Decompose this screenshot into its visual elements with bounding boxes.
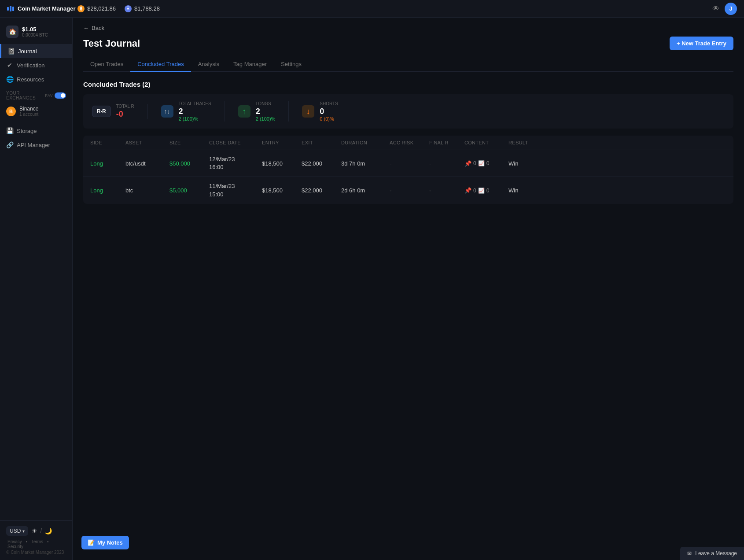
stat-group-longs: ↑ Longs 2 2 (100)% bbox=[238, 101, 289, 122]
td-duration-1: 3d 7h 0m bbox=[341, 160, 390, 167]
sidebar-item-storage[interactable]: 💾 Storage bbox=[0, 124, 72, 138]
sidebar-item-journal[interactable]: 📓 Journal bbox=[0, 44, 72, 58]
my-notes-label: My Notes bbox=[97, 539, 123, 546]
wallet-btc: 0.00004 BTC bbox=[22, 33, 48, 37]
fav-toggle[interactable]: FAV bbox=[45, 92, 66, 99]
toggle-pill[interactable] bbox=[55, 92, 66, 99]
td-content-2: 📌 0 📈 0 bbox=[464, 187, 508, 194]
topbar: Coin Market Manager ₿ $28,021.86 Ξ $1,78… bbox=[0, 0, 744, 18]
sidebar-item-resources[interactable]: 🌐 Resources bbox=[0, 72, 72, 86]
content-count-2-2: 0 bbox=[486, 188, 490, 194]
wallet-info: $1.05 0.00004 BTC bbox=[22, 26, 48, 37]
th-exit: Exit bbox=[302, 140, 341, 145]
td-size-2: $5,000 bbox=[169, 187, 209, 194]
tab-concluded-trades[interactable]: Concluded Trades bbox=[130, 57, 191, 72]
exchanges-label: YOUR EXCHANGES FAV bbox=[0, 86, 72, 102]
exchange-info: Binance 1 account bbox=[19, 106, 38, 117]
binance-icon: B bbox=[6, 107, 16, 116]
security-link[interactable]: Security bbox=[7, 544, 23, 549]
duration-badge-2: 2d 6h 0m bbox=[341, 187, 365, 194]
table-row[interactable]: Long btc $5,000 11/Mar/2315:00 $18,500 $… bbox=[83, 177, 733, 203]
topbar-coins: ₿ $28,021.86 Ξ $1,788.28 bbox=[77, 5, 712, 12]
back-label: Back bbox=[92, 25, 104, 31]
tab-analysis[interactable]: Analysis bbox=[191, 57, 226, 72]
td-result-2: Win bbox=[508, 187, 544, 194]
content-count-2-1: 0 bbox=[486, 160, 490, 166]
main-content: ← Back Test Journal + New Trade Entry Op… bbox=[73, 18, 744, 560]
rr-badge: R·R bbox=[92, 106, 111, 117]
table-row[interactable]: Long btc/usdt $50,000 12/Mar/2316:00 $18… bbox=[83, 150, 733, 177]
td-side-2: Long bbox=[90, 187, 125, 194]
longs-label: Longs bbox=[256, 101, 276, 106]
shorts-info: Shorts 0 0 (0)% bbox=[320, 101, 338, 122]
content-count-label-1: 0 bbox=[473, 160, 476, 166]
td-asset-1: btc/usdt bbox=[125, 160, 169, 167]
btc-price-item: ₿ $28,021.86 bbox=[77, 5, 116, 12]
privacy-link[interactable]: Privacy bbox=[7, 539, 22, 544]
tab-open-trades[interactable]: Open Trades bbox=[83, 57, 130, 72]
avatar[interactable]: J bbox=[725, 3, 737, 15]
wallet-icon: 🏠 bbox=[6, 26, 18, 38]
sidebar-item-api-manager[interactable]: 🔗 API Manager bbox=[0, 138, 72, 152]
tab-tag-manager[interactable]: Tag Manager bbox=[226, 57, 274, 72]
sidebar-label-resources: Resources bbox=[17, 76, 44, 83]
pin-icon-2: 📌 bbox=[464, 187, 471, 194]
td-acc-risk-1: - bbox=[390, 160, 429, 167]
journal-icon: 📓 bbox=[7, 48, 15, 55]
api-manager-icon: 🔗 bbox=[6, 141, 13, 148]
tab-settings[interactable]: Settings bbox=[274, 57, 309, 72]
td-close-date-1: 12/Mar/2316:00 bbox=[209, 155, 262, 171]
logo-icon bbox=[7, 6, 14, 11]
back-arrow-icon: ← bbox=[83, 25, 89, 31]
verification-icon: ✔ bbox=[6, 62, 13, 69]
logo-bar-3 bbox=[12, 7, 14, 11]
td-content-1: 📌 0 📈 0 bbox=[464, 160, 508, 167]
shorts-label: Shorts bbox=[320, 101, 338, 106]
total-r-label: Total R bbox=[116, 104, 134, 109]
copyright: © Coin Market Manager 2023 bbox=[6, 550, 66, 555]
sidebar-item-verification[interactable]: ✔ Verification bbox=[0, 58, 72, 72]
pin-icon-1: 📌 bbox=[464, 160, 471, 167]
stat-group-trades: ↑↓ Total Trades 2 2 (100)% bbox=[161, 101, 225, 122]
currency-selector[interactable]: USD ▾ bbox=[6, 526, 28, 536]
total-r-value: -0 bbox=[116, 110, 134, 119]
th-asset: Asset bbox=[125, 140, 169, 145]
exchange-binance[interactable]: B Binance 1 account bbox=[0, 102, 72, 120]
td-acc-risk-2: - bbox=[390, 187, 429, 194]
duration-badge-1: 3d 7h 0m bbox=[341, 160, 365, 167]
eth-price: $1,788.28 bbox=[134, 5, 160, 12]
content-count-label-2: 0 bbox=[473, 188, 476, 194]
back-link[interactable]: ← Back bbox=[83, 25, 733, 31]
wallet-usd: $1.05 bbox=[22, 26, 48, 33]
my-notes-button[interactable]: 📝 My Notes bbox=[81, 536, 129, 549]
content-icons-1: 📌 0 📈 0 bbox=[464, 160, 508, 167]
td-exit-1: $22,000 bbox=[302, 160, 341, 167]
longs-value: 2 bbox=[256, 107, 276, 116]
total-trades-value: 2 bbox=[179, 107, 211, 116]
chart-icon-2: 📈 bbox=[478, 188, 485, 194]
td-duration-2: 2d 6h 0m bbox=[341, 187, 390, 194]
layout: 🏠 $1.05 0.00004 BTC 📓 Journal ✔ Verifica… bbox=[0, 18, 744, 560]
notes-icon: 📝 bbox=[88, 539, 95, 546]
storage-icon: 💾 bbox=[6, 127, 13, 134]
result-win-2: Win bbox=[508, 187, 518, 194]
logo-bar-1 bbox=[7, 7, 9, 11]
new-trade-button[interactable]: + New Trade Entry bbox=[670, 37, 733, 50]
td-side-1: Long bbox=[90, 160, 125, 167]
btc-price: $28,021.86 bbox=[87, 5, 116, 12]
leave-message-button[interactable]: ✉ Leave a Message bbox=[680, 547, 744, 560]
rr-info: Total R -0 bbox=[116, 104, 134, 119]
td-entry-2: $18,500 bbox=[262, 187, 302, 194]
leave-message-label: Leave a Message bbox=[695, 550, 737, 556]
sidebar-links: Privacy • Terms • Security bbox=[6, 539, 66, 549]
terms-link[interactable]: Terms bbox=[31, 539, 43, 544]
sidebar-label-journal: Journal bbox=[18, 48, 37, 55]
sidebar: 🏠 $1.05 0.00004 BTC 📓 Journal ✔ Verifica… bbox=[0, 18, 73, 560]
logo-bar-2 bbox=[10, 6, 11, 11]
currency-label: USD bbox=[10, 528, 21, 534]
theme-toggle[interactable]: ☀ / 🌙 bbox=[32, 527, 52, 534]
td-asset-2: btc bbox=[125, 187, 169, 194]
eye-icon[interactable]: 👁 bbox=[712, 5, 719, 13]
th-content: Content bbox=[464, 140, 508, 145]
tabs-bar: Open Trades Concluded Trades Analysis Ta… bbox=[83, 57, 733, 72]
